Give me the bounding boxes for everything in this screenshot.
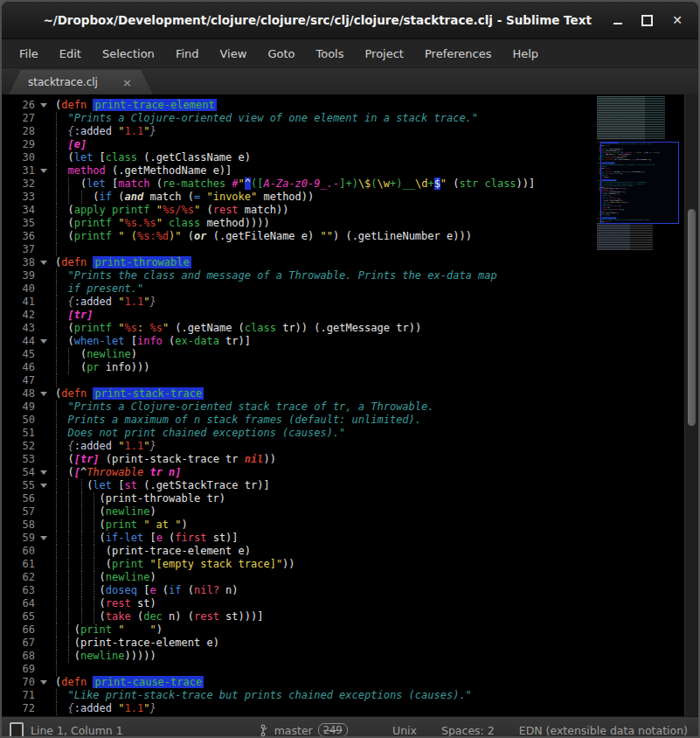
fold-arrow-icon[interactable]: [40, 470, 47, 475]
maximize-icon[interactable]: [641, 15, 653, 26]
code-line[interactable]: 48(defn print-stack-trace: [2, 387, 698, 400]
code-line[interactable]: 58 (print " at "): [2, 519, 698, 532]
line-number[interactable]: 70: [2, 676, 35, 689]
line-number[interactable]: 56: [2, 492, 35, 505]
line-number[interactable]: 41: [2, 296, 35, 309]
code-line[interactable]: 27 "Prints a Clojure-oriented view of on…: [2, 112, 698, 125]
line-number[interactable]: 38: [2, 256, 35, 269]
code-line[interactable]: 71 "Like print-stack-trace but prints ch…: [2, 689, 698, 702]
fold-arrow-icon[interactable]: [40, 536, 47, 540]
code-line[interactable]: 36 (printf " (%s:%d)" (or (.getFileName …: [2, 230, 698, 243]
menu-item-selection[interactable]: Selection: [94, 44, 163, 64]
code-area[interactable]: 26(defn print-trace-element27 "Prints a …: [2, 99, 698, 715]
line-number[interactable]: 62: [2, 571, 35, 584]
fold-arrow-icon[interactable]: [40, 484, 47, 488]
line-number[interactable]: 49: [2, 400, 35, 414]
code-line[interactable]: 35 (printf "%s.%s" class method)))): [2, 217, 698, 230]
line-number[interactable]: 34: [2, 204, 35, 217]
code-line[interactable]: 72 {:added "1.1"}: [2, 702, 698, 715]
line-number[interactable]: 47: [2, 374, 35, 387]
code-line[interactable]: 67 (print-trace-element e): [2, 637, 698, 650]
code-line[interactable]: 53 ([tr] (print-stack-trace tr nil)): [2, 453, 698, 466]
menu-item-view[interactable]: View: [211, 44, 256, 64]
code-line[interactable]: 59 (if-let [e (first st)]: [2, 532, 698, 545]
line-number[interactable]: 32: [2, 178, 35, 191]
line-number[interactable]: 44: [2, 335, 35, 348]
code-line[interactable]: 40 if present.": [2, 282, 698, 296]
line-number[interactable]: 27: [2, 112, 35, 125]
fold-arrow-icon[interactable]: [40, 339, 47, 344]
line-number[interactable]: 40: [2, 282, 35, 296]
code-line[interactable]: 55 (let [st (.getStackTrace tr)]: [2, 479, 698, 492]
code-line[interactable]: 62 (newline): [2, 571, 698, 584]
line-number[interactable]: 54: [2, 466, 35, 479]
code-line[interactable]: 28 {:added "1.1"}: [2, 125, 698, 138]
line-number[interactable]: 52: [2, 440, 35, 453]
menu-item-preferences[interactable]: Preferences: [416, 44, 500, 64]
line-number[interactable]: 60: [2, 545, 35, 558]
fold-arrow-icon[interactable]: [40, 680, 47, 685]
line-number[interactable]: 63: [2, 584, 35, 597]
code-line[interactable]: 54 ([^Throwable tr n]: [2, 466, 698, 479]
line-number[interactable]: 45: [2, 348, 35, 361]
code-line[interactable]: 30 (let [class (.getClassName e): [2, 151, 698, 164]
line-number[interactable]: 58: [2, 519, 35, 532]
code-line[interactable]: 69: [2, 663, 698, 676]
line-number[interactable]: 39: [2, 269, 35, 282]
line-number[interactable]: 37: [2, 243, 35, 256]
line-number[interactable]: 71: [2, 689, 35, 702]
line-number[interactable]: 65: [2, 610, 35, 623]
tab-stacktrace[interactable]: stacktrace.clj ×: [9, 70, 153, 94]
line-number[interactable]: 68: [2, 650, 35, 663]
line-number[interactable]: 46: [2, 361, 35, 374]
code-line[interactable]: 47: [2, 374, 698, 387]
code-line[interactable]: 44 (when-let [info (ex-data tr)]: [2, 335, 698, 348]
menu-item-file[interactable]: File: [10, 44, 47, 64]
menu-item-find[interactable]: Find: [167, 44, 208, 64]
close-icon[interactable]: ✕: [672, 14, 683, 26]
titlebar[interactable]: ~/Dropbox/Development/clojure/clojure/sr…: [2, 2, 698, 39]
code-line[interactable]: 63 (doseq [e (if (nil? n): [2, 584, 698, 597]
code-line[interactable]: 60 (print-trace-element e): [2, 545, 698, 558]
code-line[interactable]: 29 [e]: [2, 138, 698, 151]
scrollbar-thumb[interactable]: [688, 209, 696, 426]
line-number[interactable]: 42: [2, 309, 35, 322]
code-line[interactable]: 34 (apply printf "%s/%s" (rest match)): [2, 204, 698, 217]
line-number[interactable]: 69: [2, 663, 35, 676]
menu-item-tools[interactable]: Tools: [307, 44, 352, 64]
line-number[interactable]: 59: [2, 532, 35, 545]
code-line[interactable]: 33 (if (and match (= "invoke" method)): [2, 191, 698, 204]
status-indent[interactable]: Spaces: 2: [441, 724, 519, 737]
code-line[interactable]: 37: [2, 243, 698, 256]
menu-item-goto[interactable]: Goto: [259, 44, 303, 64]
tab-close-icon[interactable]: ×: [122, 76, 153, 89]
code-editor[interactable]: 26(defn print-trace-element27 "Prints a …: [2, 94, 698, 716]
minimize-icon[interactable]: [613, 16, 622, 24]
code-line[interactable]: 42 [tr]: [2, 309, 698, 322]
minimap[interactable]: (defn print-trace-element "Prints a Cloj…: [595, 96, 683, 359]
fold-arrow-icon[interactable]: [40, 261, 47, 265]
code-line[interactable]: 38(defn print-throwable: [2, 256, 698, 269]
code-line[interactable]: 39 "Prints the class and message of a Th…: [2, 269, 698, 282]
line-number[interactable]: 30: [2, 151, 35, 164]
code-line[interactable]: 68 (newline))))): [2, 650, 698, 663]
line-number[interactable]: 29: [2, 138, 35, 151]
code-line[interactable]: 26(defn print-trace-element: [2, 99, 698, 112]
line-number[interactable]: 66: [2, 623, 35, 637]
menu-item-project[interactable]: Project: [356, 44, 412, 64]
line-number[interactable]: 55: [2, 479, 35, 492]
menu-item-help[interactable]: Help: [503, 44, 547, 64]
code-line[interactable]: 41 {:added "1.1"}: [2, 296, 698, 309]
line-number[interactable]: 31: [2, 164, 35, 178]
line-number[interactable]: 51: [2, 427, 35, 440]
line-number[interactable]: 35: [2, 217, 35, 230]
line-number[interactable]: 64: [2, 597, 35, 610]
code-line[interactable]: 32 (let [match (re-matches #"^([A-Za-z0-…: [2, 178, 698, 191]
line-number[interactable]: 61: [2, 558, 35, 571]
code-line[interactable]: 45 (newline): [2, 348, 698, 361]
line-number[interactable]: 50: [2, 414, 35, 427]
code-line[interactable]: 70(defn print-cause-trace: [2, 676, 698, 689]
status-syntax[interactable]: EDN (extensible data notation): [519, 724, 698, 737]
code-line[interactable]: 61 (print "[empty stack trace]")): [2, 558, 698, 571]
line-number[interactable]: 48: [2, 387, 35, 400]
